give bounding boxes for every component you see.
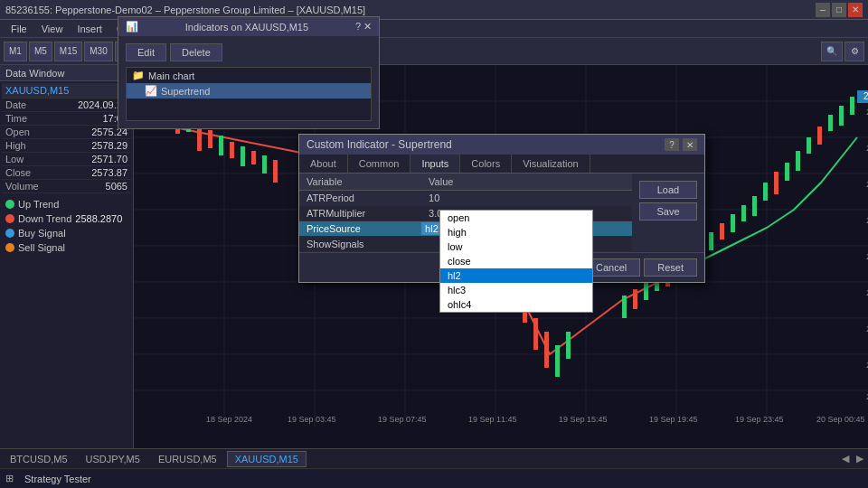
- dw-close-value: 2573.87: [91, 167, 127, 178]
- save-button[interactable]: Save: [639, 202, 697, 221]
- dw-time-label: Time: [5, 113, 27, 124]
- tb-settings[interactable]: ⚙: [844, 42, 864, 61]
- showsignals-variable: ShowSignals: [299, 237, 421, 252]
- ci-side-buttons: Load Save: [632, 174, 704, 252]
- svg-rect-49: [774, 172, 778, 194]
- indicators-tree: 📁 Main chart 📈 Supertrend: [126, 67, 372, 121]
- tb-search[interactable]: 🔍: [821, 42, 843, 61]
- ci-close-button[interactable]: ✕: [683, 138, 697, 151]
- tab-scroll-right-icon[interactable]: ▶: [854, 453, 866, 465]
- indicator-icon: 📈: [145, 85, 157, 97]
- supertrend-label: Supertrend: [161, 86, 210, 97]
- ci-title-text: Custom Indicator - Supertrend: [307, 138, 452, 151]
- menu-file[interactable]: File: [4, 20, 34, 38]
- tb-m1[interactable]: M1: [4, 42, 27, 61]
- tab-xauusd[interactable]: XAUUSD,M15: [227, 451, 307, 467]
- dw-open-label: Open: [5, 127, 30, 137]
- svg-rect-26: [241, 146, 245, 166]
- menu-insert[interactable]: Insert: [70, 20, 109, 38]
- dd-option-high[interactable]: high: [440, 225, 592, 239]
- indicators-delete-button[interactable]: Delete: [170, 43, 222, 61]
- tab-colors[interactable]: Colors: [460, 155, 512, 173]
- dw-date-label: Date: [5, 99, 26, 110]
- uptrend-color-dot: [5, 200, 14, 209]
- svg-rect-31: [533, 318, 538, 350]
- data-window-title: Data Window: [5, 68, 64, 79]
- ind-buy-row: Buy Signal: [2, 226, 131, 240]
- dw-low-value: 2571.70: [91, 154, 127, 164]
- indicators-section: Up Trend Down Trend 2588.2870 Buy Signal…: [2, 197, 131, 255]
- menu-view[interactable]: View: [34, 20, 71, 38]
- indicators-edit-button[interactable]: Edit: [126, 43, 166, 61]
- svg-rect-48: [763, 183, 768, 201]
- pricesource-dropdown[interactable]: open high low close hl2 hlc3 ohlc4: [439, 210, 593, 252]
- load-button[interactable]: Load: [639, 181, 697, 199]
- svg-text:19 Sep 23:45: 19 Sep 23:45: [735, 415, 784, 424]
- minimize-button[interactable]: –: [816, 3, 830, 17]
- svg-text:18 Sep 2024: 18 Sep 2024: [206, 415, 252, 424]
- table-row-atrperiod[interactable]: ATRPeriod 10: [299, 191, 632, 206]
- tab-btcusd[interactable]: BTCUSD,M5: [2, 451, 76, 467]
- svg-rect-55: [839, 106, 844, 126]
- svg-rect-45: [731, 214, 735, 232]
- pricesource-selected-value: hl2: [425, 223, 439, 234]
- tb-m5[interactable]: M5: [29, 42, 52, 61]
- ind-dlg-question-icon[interactable]: ?: [355, 21, 361, 33]
- downtrend-label: Down Trend: [18, 213, 71, 224]
- ci-tabs: About Common Inputs Colors Visualization: [299, 155, 704, 174]
- svg-rect-23: [208, 130, 212, 148]
- atrperiod-value[interactable]: 10: [421, 191, 632, 206]
- svg-rect-34: [566, 332, 571, 359]
- ci-title-icons: ? ✕: [665, 138, 697, 151]
- svg-rect-53: [817, 127, 822, 145]
- dw-low-label: Low: [5, 154, 24, 164]
- tree-supertrend[interactable]: 📈 Supertrend: [127, 83, 371, 99]
- tab-visualization[interactable]: Visualization: [512, 155, 590, 173]
- indicators-dialog: 📊 Indicators on XAUUSD,M15 ? ✕ Edit Dele…: [118, 16, 380, 129]
- tab-usdjpy[interactable]: USDJPY,M5: [78, 451, 148, 467]
- pricesource-variable: PriceSource: [299, 221, 421, 237]
- tab-scroll-left-icon[interactable]: ◀: [839, 453, 852, 465]
- indicators-dialog-title[interactable]: 📊 Indicators on XAUUSD,M15 ? ✕: [118, 17, 379, 36]
- tab-about[interactable]: About: [299, 155, 348, 173]
- terminal-icon: ⊞: [5, 473, 14, 484]
- tree-main-chart[interactable]: 📁 Main chart: [127, 68, 371, 83]
- ci-question-button[interactable]: ?: [665, 138, 679, 151]
- maximize-button[interactable]: □: [832, 3, 846, 17]
- tb-m15[interactable]: M15: [54, 42, 82, 61]
- dw-high-value: 2578.29: [91, 140, 127, 151]
- custom-indicator-titlebar[interactable]: Custom Indicator - Supertrend ? ✕: [299, 135, 704, 155]
- dw-low-row: Low 2571.70: [2, 153, 131, 166]
- ind-sell-row: Sell Signal: [2, 240, 131, 255]
- svg-text:19 Sep 11:45: 19 Sep 11:45: [468, 415, 517, 424]
- ind-dlg-close-icon[interactable]: ✕: [363, 21, 372, 33]
- ind-uptrend-row: Up Trend: [2, 197, 131, 211]
- tab-common[interactable]: Common: [348, 155, 411, 173]
- atrperiod-variable: ATRPeriod: [299, 191, 421, 206]
- strategy-tester-label[interactable]: Strategy Tester: [24, 474, 91, 484]
- tab-inputs[interactable]: Inputs: [410, 155, 460, 173]
- strategy-tester-bar: ⊞ Strategy Tester: [0, 468, 868, 488]
- dw-close-label: Close: [5, 167, 31, 178]
- dd-option-open[interactable]: open: [440, 211, 592, 225]
- bottom-tabs: BTCUSD,M5 USDJPY,M5 EURUSD,M5 XAUUSD,M15…: [0, 448, 868, 468]
- ind-downtrend-row: Down Trend 2588.2870: [2, 211, 131, 226]
- reset-button[interactable]: Reset: [644, 258, 697, 277]
- uptrend-label: Up Trend: [18, 199, 59, 210]
- symbol-label: XAUUSD,M15: [2, 83, 131, 99]
- dd-option-low[interactable]: low: [440, 239, 592, 252]
- svg-rect-22: [197, 128, 202, 151]
- svg-rect-35: [622, 296, 627, 318]
- dw-high-row: High 2578.29: [2, 139, 131, 153]
- dw-time-row: Time 17:00: [2, 112, 131, 126]
- col-value-header: Value: [421, 174, 632, 191]
- tab-eurusd[interactable]: EURUSD,M5: [150, 451, 225, 467]
- atrmultiplier-variable: ATRMultiplier: [299, 206, 421, 221]
- buysignal-color-dot: [5, 229, 14, 238]
- dw-volume-value: 5065: [106, 181, 127, 192]
- close-button[interactable]: ✕: [848, 3, 863, 17]
- folder-icon: 📁: [132, 70, 145, 81]
- dw-open-row: Open 2575.24: [2, 126, 131, 139]
- tb-m30[interactable]: M30: [84, 42, 112, 61]
- dw-volume-row: Volume 5065: [2, 180, 131, 193]
